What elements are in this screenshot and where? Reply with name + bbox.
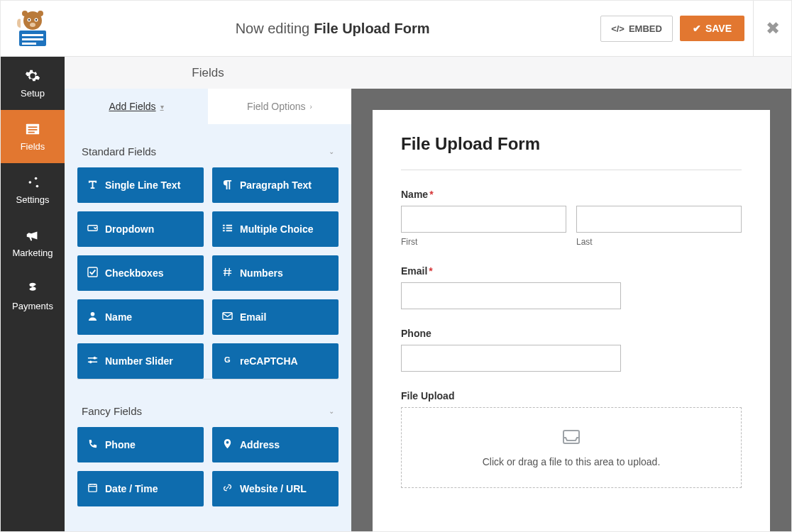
panel-tabs: Add Fields ▾ Field Options › — [65, 89, 351, 124]
field-type-numbers[interactable]: Numbers — [212, 255, 339, 291]
field-type-dropdown[interactable]: Dropdown — [77, 211, 204, 247]
sidebar-item-setup[interactable]: Setup — [1, 57, 65, 110]
field-type-paragraph-text[interactable]: Paragraph Text — [212, 167, 339, 203]
field-type-website-url[interactable]: Website / URL — [212, 471, 339, 506]
chevron-down-icon: ▾ — [160, 103, 164, 111]
field-label: reCAPTCHA — [240, 355, 298, 367]
sidebar-label: Fields — [21, 141, 45, 152]
tab-add-fields[interactable]: Add Fields ▾ — [65, 89, 208, 124]
panel-title: Fields — [65, 57, 351, 89]
pin-icon — [222, 438, 233, 451]
svg-rect-2 — [22, 38, 43, 40]
svg-point-16 — [35, 177, 38, 180]
tab-field-options[interactable]: Field Options › — [208, 89, 351, 124]
required-mark: * — [429, 265, 432, 277]
svg-point-30 — [89, 360, 92, 363]
svg-rect-24 — [223, 230, 225, 231]
save-button[interactable]: ✔ SAVE — [680, 16, 744, 41]
code-icon: </> — [611, 23, 625, 34]
email-input[interactable] — [401, 282, 621, 309]
field-file-upload: File Upload Click or drag a file to this… — [401, 390, 742, 488]
list-icon — [222, 223, 233, 235]
form-icon — [24, 121, 41, 137]
field-type-phone[interactable]: Phone — [77, 427, 204, 462]
sidebar-label: Setup — [21, 88, 45, 99]
svg-point-7 — [28, 18, 30, 20]
sidebar-item-marketing[interactable]: Marketing — [1, 216, 65, 270]
field-label: Number Slider — [105, 355, 173, 367]
svg-rect-26 — [88, 267, 97, 277]
check-icon: ✔ — [693, 23, 701, 34]
field-type-single-line-text[interactable]: Single Line Text — [77, 167, 204, 203]
save-label: SAVE — [705, 23, 732, 34]
dollar-icon — [24, 281, 41, 297]
page-title: Now editing File Upload Form — [65, 21, 600, 37]
mail-icon — [222, 311, 233, 323]
field-group-header[interactable]: Standard Fields⌄ — [77, 124, 339, 167]
left-sidebar: Setup Fields Settings Marketing Payments — [1, 57, 65, 531]
field-label: Email — [240, 311, 266, 323]
sidebar-label: Payments — [12, 301, 53, 311]
first-name-input[interactable] — [401, 206, 566, 233]
sliders-icon — [24, 174, 41, 190]
phone-input[interactable] — [401, 345, 621, 372]
group-title: Fancy Fields — [82, 405, 142, 417]
dropdown-icon — [87, 223, 98, 235]
calendar-icon — [87, 482, 98, 495]
form-canvas: File Upload Form Name* First — [373, 110, 770, 531]
svg-rect-28 — [223, 313, 232, 319]
bullhorn-icon — [24, 228, 41, 243]
sidebar-item-fields[interactable]: Fields — [1, 110, 65, 163]
field-type-address[interactable]: Address — [212, 427, 339, 462]
form-name: File Upload Form — [314, 21, 429, 37]
svg-rect-25 — [226, 230, 232, 231]
sidebar-item-settings[interactable]: Settings — [1, 163, 65, 216]
field-type-name[interactable]: Name — [77, 299, 204, 335]
chevron-right-icon: › — [310, 103, 312, 111]
svg-text:G: G — [224, 355, 231, 364]
field-type-multiple-choice[interactable]: Multiple Choice — [212, 211, 339, 247]
svg-rect-13 — [28, 126, 38, 128]
field-group-header[interactable]: Fancy Fields⌄ — [77, 384, 339, 427]
fields-panel: Fields Add Fields ▾ Field Options › Stan… — [65, 57, 351, 531]
form-preview: File Upload Form Name* First — [351, 57, 791, 531]
inbox-icon — [561, 428, 582, 446]
svg-rect-23 — [226, 228, 232, 229]
close-button[interactable]: ✖ — [753, 1, 791, 57]
text-icon — [87, 179, 98, 192]
form-title: File Upload Form — [401, 134, 742, 154]
field-label: Multiple Choice — [240, 223, 313, 235]
field-type-checkboxes[interactable]: Checkboxes — [77, 255, 204, 291]
link-icon — [222, 482, 233, 495]
app-logo — [1, 1, 65, 57]
field-label: Name — [105, 311, 132, 323]
sublabel: First — [401, 237, 566, 247]
field-type-recaptcha[interactable]: GreCAPTCHA — [212, 343, 339, 379]
check-icon — [87, 267, 98, 279]
top-bar: Now editing File Upload Form </> EMBED ✔… — [1, 1, 791, 57]
field-type-date-time[interactable]: Date / Time — [77, 471, 204, 506]
close-icon: ✖ — [766, 18, 780, 38]
svg-rect-20 — [223, 225, 225, 226]
svg-rect-3 — [22, 43, 36, 45]
field-label: Checkboxes — [105, 267, 163, 279]
field-type-number-slider[interactable]: Number Slider — [77, 343, 204, 379]
svg-point-10 — [22, 11, 28, 16]
svg-rect-21 — [226, 225, 232, 226]
svg-point-11 — [38, 11, 43, 16]
file-upload-dropzone[interactable]: Click or drag a file to this area to upl… — [401, 407, 742, 488]
chevron-down-icon: ⌄ — [329, 148, 334, 155]
embed-label: EMBED — [629, 23, 662, 34]
field-label: Paragraph Text — [240, 179, 312, 191]
last-name-input[interactable] — [576, 206, 742, 233]
embed-button[interactable]: </> EMBED — [600, 16, 673, 42]
field-label: Date / Time — [105, 483, 158, 494]
svg-point-27 — [91, 312, 95, 316]
sidebar-item-payments[interactable]: Payments — [1, 270, 65, 323]
svg-rect-22 — [223, 228, 225, 229]
field-phone: Phone — [401, 328, 742, 372]
field-email: Email* — [401, 265, 742, 309]
svg-rect-32 — [89, 484, 97, 492]
field-type-email[interactable]: Email — [212, 299, 339, 335]
sublabel: Last — [576, 237, 742, 247]
